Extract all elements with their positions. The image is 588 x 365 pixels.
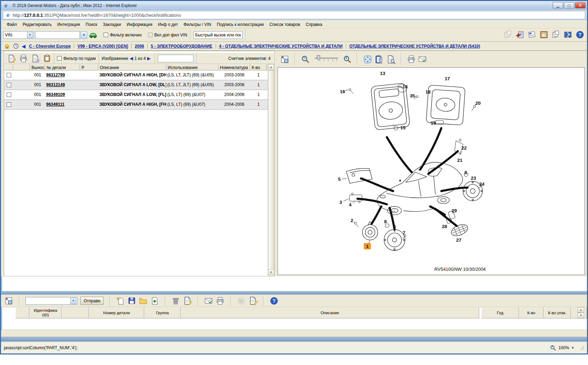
back-arrow-icon[interactable]: ◀ <box>22 43 26 49</box>
zoom-out-icon[interactable]: − <box>301 55 309 63</box>
bottom-column-header[interactable]: Номер детали <box>89 307 144 318</box>
part-number-link[interactable]: 96349109 <box>46 92 65 97</box>
save-icon[interactable] <box>128 297 136 305</box>
breadcrumb-link[interactable]: 2006 <box>135 44 144 49</box>
filter-by-years-checkbox[interactable] <box>57 56 62 61</box>
horizontal-splitter[interactable] <box>1 291 587 295</box>
scroll-up-icon[interactable]: ▲ <box>268 64 274 70</box>
menu-item[interactable]: Инф о дет <box>155 21 181 28</box>
menu-item[interactable]: Редактировать <box>20 21 55 28</box>
print-icon[interactable] <box>19 54 28 63</box>
maximize-button[interactable]: ▢ <box>564 2 574 8</box>
help-icon[interactable] <box>576 30 584 39</box>
show-callouts-icon[interactable] <box>375 55 384 64</box>
zoom-dropdown-icon[interactable]: ▼ <box>571 346 574 350</box>
next-image-icon[interactable]: ▶ <box>147 56 150 61</box>
diagram-callout-13[interactable]: 13 <box>380 71 385 76</box>
diagram-callout-4[interactable]: 4 <box>349 202 352 207</box>
close-button[interactable]: ✕ <box>575 2 586 8</box>
home-icon[interactable] <box>4 43 10 49</box>
bottom-column-header[interactable]: К-во <box>519 307 544 318</box>
menu-item[interactable]: Справка <box>303 21 325 28</box>
parts-filter-input[interactable] <box>158 55 194 62</box>
filter-on-checkbox[interactable] <box>104 33 108 37</box>
add-item-icon[interactable] <box>150 297 159 305</box>
clipboard-icon[interactable] <box>43 54 51 62</box>
diagram-callout-1[interactable]: 1 <box>366 244 369 249</box>
list-scroll-up-icon[interactable]: ▲ <box>578 307 584 312</box>
row-checkbox[interactable] <box>7 73 11 77</box>
menu-item[interactable]: Поиск <box>83 21 100 28</box>
menu-item[interactable]: Фильтры / VIN <box>181 21 214 28</box>
edit-item-icon[interactable] <box>183 296 192 305</box>
delete-icon[interactable] <box>172 297 180 305</box>
menu-item[interactable]: Файл <box>4 21 20 28</box>
parts-column-header[interactable]: № детали <box>45 64 80 70</box>
minimize-button[interactable]: ▁ <box>553 2 563 8</box>
notice-board-icon[interactable] <box>540 30 548 39</box>
verify-icon[interactable] <box>204 297 213 305</box>
vin-input[interactable] <box>35 31 80 39</box>
quick-call-input[interactable] <box>194 31 243 39</box>
catalog-search-icon[interactable] <box>564 30 572 39</box>
vin-select[interactable]: VIN: ▼ <box>3 31 34 39</box>
zoom-region-icon[interactable] <box>386 55 395 64</box>
diagram-callout-20[interactable]: 20 <box>475 101 481 106</box>
illustration-canvas[interactable]: 1316141735182015192221823245342928628727… <box>278 67 585 275</box>
row-checkbox[interactable] <box>7 83 11 87</box>
scroll-down-icon[interactable]: ▼ <box>268 269 274 275</box>
pan-tool-icon[interactable] <box>363 55 372 64</box>
parts-column-header[interactable] <box>13 64 30 70</box>
diagram-callout-17[interactable]: 17 <box>444 76 450 81</box>
vehicle-car-icon[interactable] <box>89 31 97 39</box>
diagram-callout-14[interactable]: 14 <box>402 84 408 89</box>
breadcrumb-link[interactable]: ОТДЕЛЬНЫЕ ЭЛЕКТРИЧЕСКИЕ УСТРОЙСТВА И ДЕТ… <box>349 44 480 49</box>
diagram-callout-5[interactable]: 5 <box>338 177 341 182</box>
parts-column-header[interactable]: Использование <box>166 64 218 70</box>
history-clock-icon[interactable] <box>13 43 19 49</box>
bottom-column-header[interactable]: Группа <box>144 307 181 318</box>
return-to-document-icon[interactable] <box>516 30 524 39</box>
menu-item[interactable]: Подпись к иллюстрации <box>214 21 266 28</box>
notes-icon[interactable] <box>248 296 257 305</box>
menu-item[interactable]: Информация <box>124 21 155 28</box>
diagram-callout-16[interactable]: 16 <box>340 89 345 94</box>
parts-column-header[interactable]: Номенклатура <box>218 64 250 70</box>
diagram-callout-8[interactable]: 8 <box>464 170 467 175</box>
diagram-callout-21[interactable]: 21 <box>457 158 462 163</box>
horizontal-splitter-2[interactable] <box>1 337 587 342</box>
zoom-in-icon[interactable]: + <box>343 55 351 63</box>
scrollbar-thumb[interactable] <box>268 70 274 270</box>
diagram-callout-18[interactable]: 18 <box>426 89 431 95</box>
parts-column-header[interactable]: К-во <box>250 64 267 70</box>
diagram-callout-28[interactable]: 28 <box>442 224 447 229</box>
menu-item[interactable]: Интеграция <box>54 21 83 28</box>
diagram-callout-22[interactable]: 22 <box>461 145 467 151</box>
table-row[interactable]: 00196349109ЗВУКОВОЙ СИГНАЛ A LOW, [FL](L… <box>4 90 268 100</box>
bottom-column-header[interactable]: Описание <box>181 307 479 318</box>
bottom-column-header[interactable]: Год <box>481 307 519 318</box>
copy-list-icon[interactable] <box>504 30 512 39</box>
diagram-callout-15[interactable]: 15 <box>400 125 406 130</box>
table-row[interactable]: 00196312799ЗВУКОВОЙ СИГНАЛ A HIGH, [DH](… <box>4 70 268 80</box>
diagram-callout-8[interactable]: 8 <box>384 219 387 224</box>
bottom-column-header[interactable] <box>15 307 29 318</box>
title-bar[interactable]: e © 2018 General Motors - Дата публ.: Ию… <box>1 1 587 10</box>
extra-vin-filter-checkbox[interactable] <box>148 33 153 37</box>
part-number-link[interactable]: 96312149 <box>46 82 65 87</box>
diagram-callout-24[interactable]: 24 <box>479 181 484 187</box>
breadcrumb-link[interactable]: V99 - EPICA (V200) [GEN] <box>77 44 128 49</box>
menu-item[interactable]: Закладки <box>100 21 124 28</box>
diagram-callout-19[interactable]: 19 <box>431 120 436 126</box>
print-illustration-icon[interactable] <box>407 55 415 63</box>
help-list-icon[interactable] <box>270 297 278 305</box>
breadcrumb-link[interactable]: 5 - ЭЛЕКТРООБОРУДОВАНИЕ <box>151 44 212 49</box>
parts-column-header[interactable]: Описание <box>98 64 166 70</box>
diagram-callout-2[interactable]: 2 <box>351 218 353 223</box>
diagram-callout-3[interactable]: 3 <box>340 200 342 205</box>
bottom-column-header[interactable] <box>62 307 89 318</box>
list-scrollbar[interactable]: ▲ ▼ <box>578 307 584 318</box>
validate-icon[interactable] <box>418 55 427 63</box>
documents-stack-icon[interactable] <box>552 30 560 39</box>
new-list-icon[interactable] <box>116 297 125 305</box>
